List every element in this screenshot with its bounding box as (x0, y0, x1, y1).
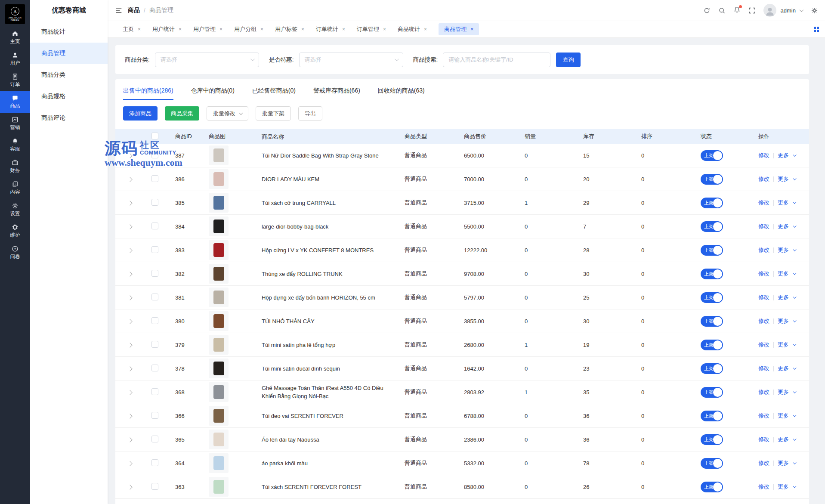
edit-link[interactable]: 修改 (758, 436, 769, 443)
status-toggle[interactable]: 上架 (701, 245, 723, 256)
page-tab-用户统计[interactable]: 用户统计× (152, 25, 182, 33)
status-toggle[interactable]: 上架 (701, 387, 723, 398)
status-toggle[interactable]: 上架 (701, 269, 723, 279)
edit-link[interactable]: 修改 (758, 412, 769, 420)
row-checkbox[interactable] (151, 483, 158, 490)
submenu-item-商品管理[interactable]: 商品管理 (30, 43, 108, 64)
row-checkbox[interactable] (151, 246, 158, 253)
product-tab[interactable]: 警戒库存商品(66) (313, 83, 360, 100)
page-tab-订单统计[interactable]: 订单统计× (316, 25, 345, 33)
tab-close-icon[interactable]: × (470, 26, 473, 32)
export-button[interactable]: 导出 (298, 106, 322, 121)
edit-link[interactable]: 修改 (758, 294, 769, 301)
batch-edit-button[interactable]: 批量修改 (207, 106, 248, 121)
product-tab[interactable]: 仓库中的商品(0) (191, 83, 235, 100)
refresh-icon[interactable] (703, 7, 711, 14)
user-menu-chevron-icon[interactable] (800, 8, 804, 12)
submenu-item-商品规格[interactable]: 商品规格 (30, 86, 108, 107)
more-link[interactable]: 更多 (778, 388, 789, 396)
tab-close-icon[interactable]: × (424, 26, 427, 32)
tab-close-icon[interactable]: × (301, 26, 304, 32)
submenu-item-商品评论[interactable]: 商品评论 (30, 107, 108, 129)
rail-item-营销[interactable]: 营销 (0, 113, 30, 134)
rail-item-设置[interactable]: 设置 (0, 199, 30, 220)
page-tab-商品管理[interactable]: 商品管理× (439, 23, 479, 35)
rail-item-问卷[interactable]: 问卷 (0, 242, 30, 263)
row-expander-icon[interactable] (127, 153, 132, 158)
status-toggle[interactable]: 上架 (701, 363, 723, 374)
tab-close-icon[interactable]: × (260, 26, 263, 32)
row-checkbox[interactable] (151, 317, 158, 324)
rail-item-主页[interactable]: 主页 (0, 27, 30, 48)
more-link[interactable]: 更多 (778, 152, 789, 159)
status-toggle[interactable]: 上架 (701, 482, 723, 492)
status-toggle[interactable]: 上架 (701, 221, 723, 232)
tab-options-grid-icon[interactable] (814, 27, 819, 32)
row-checkbox[interactable] (151, 270, 158, 277)
notifications-button[interactable] (733, 6, 741, 15)
row-checkbox[interactable] (151, 388, 158, 395)
page-tab-用户管理[interactable]: 用户管理× (193, 25, 222, 33)
row-checkbox[interactable] (151, 152, 158, 158)
rail-item-内容[interactable]: 内容 (0, 177, 30, 199)
edit-link[interactable]: 修改 (758, 199, 769, 207)
batch-offshelf-button[interactable]: 批量下架 (256, 106, 291, 121)
more-link[interactable]: 更多 (778, 199, 789, 207)
row-checkbox[interactable] (151, 412, 158, 419)
status-toggle[interactable]: 上架 (701, 150, 723, 161)
tab-close-icon[interactable]: × (342, 26, 345, 32)
edit-link[interactable]: 修改 (758, 223, 769, 230)
row-expander-icon[interactable] (127, 366, 132, 371)
special-select[interactable]: 请选择 (299, 53, 403, 67)
row-checkbox[interactable] (151, 294, 158, 300)
row-expander-icon[interactable] (127, 437, 132, 442)
collapse-menu-icon[interactable] (115, 6, 123, 14)
row-expander-icon[interactable] (127, 390, 132, 395)
product-tab[interactable]: 出售中的商品(286) (123, 83, 173, 100)
avatar[interactable] (763, 4, 776, 17)
fullscreen-icon[interactable] (748, 7, 756, 14)
more-link[interactable]: 更多 (778, 270, 789, 278)
edit-link[interactable]: 修改 (758, 365, 769, 372)
edit-link[interactable]: 修改 (758, 317, 769, 325)
tab-close-icon[interactable]: × (219, 26, 222, 32)
row-checkbox[interactable] (151, 175, 158, 182)
row-checkbox[interactable] (151, 365, 158, 371)
row-expander-icon[interactable] (127, 177, 132, 182)
row-checkbox[interactable] (151, 436, 158, 442)
more-link[interactable]: 更多 (778, 365, 789, 372)
status-toggle[interactable]: 上架 (701, 411, 723, 421)
edit-link[interactable]: 修改 (758, 270, 769, 278)
row-expander-icon[interactable] (127, 295, 132, 300)
rail-item-客服[interactable]: 客服 (0, 134, 30, 156)
row-checkbox[interactable] (151, 223, 158, 229)
collect-product-button[interactable]: 商品采集 (165, 106, 199, 121)
tab-close-icon[interactable]: × (179, 26, 182, 32)
row-expander-icon[interactable] (127, 414, 132, 418)
add-product-button[interactable]: 添加商品 (123, 106, 158, 121)
rail-item-订单[interactable]: 订单 (0, 70, 30, 91)
rail-item-用户[interactable]: 用户 (0, 48, 30, 70)
row-expander-icon[interactable] (127, 248, 132, 253)
status-toggle[interactable]: 上架 (701, 292, 723, 303)
more-link[interactable]: 更多 (778, 294, 789, 301)
rail-item-财务[interactable]: 财务 (0, 156, 30, 177)
row-checkbox[interactable] (151, 199, 158, 206)
row-expander-icon[interactable] (127, 224, 132, 229)
row-expander-icon[interactable] (127, 201, 132, 205)
product-search-input[interactable] (443, 53, 550, 67)
status-toggle[interactable]: 上架 (701, 340, 723, 350)
edit-link[interactable]: 修改 (758, 341, 769, 349)
more-link[interactable]: 更多 (778, 483, 789, 491)
more-link[interactable]: 更多 (778, 412, 789, 420)
more-link[interactable]: 更多 (778, 341, 789, 349)
status-toggle[interactable]: 上架 (701, 198, 723, 208)
submenu-item-商品分类[interactable]: 商品分类 (30, 64, 108, 86)
row-checkbox[interactable] (151, 341, 158, 348)
tab-close-icon[interactable]: × (383, 26, 386, 32)
edit-link[interactable]: 修改 (758, 459, 769, 467)
search-icon[interactable] (718, 7, 726, 14)
page-tab-主页[interactable]: 主页× (123, 25, 141, 33)
category-select[interactable]: 请选择 (155, 53, 259, 67)
row-expander-icon[interactable] (127, 319, 132, 324)
